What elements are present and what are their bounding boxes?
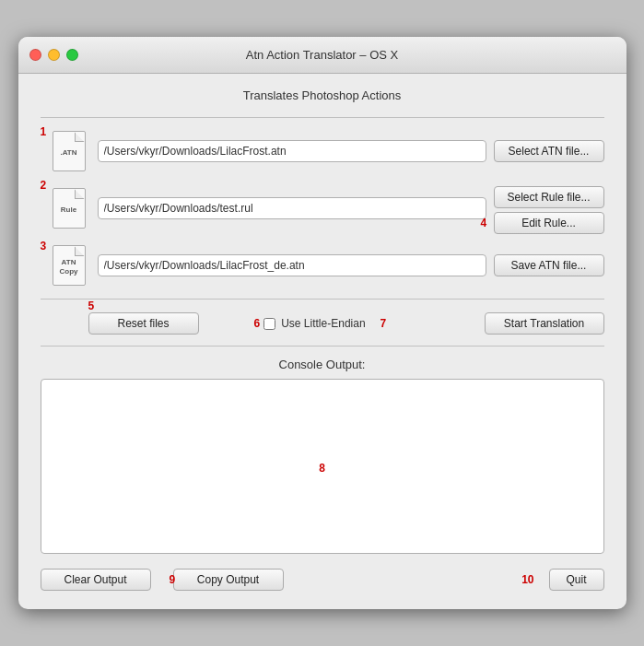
save-atn-input[interactable] (98, 254, 486, 276)
content-area: Translates Photoshop Actions 1 .ATN Sele… (18, 74, 626, 609)
atn-file-icon: .ATN (50, 129, 88, 173)
controls-row: 5 Reset files 6 Use Little-Endian 7 Star… (41, 312, 604, 335)
clear-output-button[interactable]: Clear Output (41, 569, 151, 591)
copy-atn-doc-icon: ATN Copy (53, 245, 86, 286)
save-atn-row: 3 ATN Copy Save ATN file... (41, 243, 604, 288)
row-number-1: 1 (41, 125, 47, 138)
maximize-button[interactable] (66, 49, 78, 61)
atn-icon-label: .ATN (60, 148, 76, 158)
number-9: 9 (170, 573, 176, 586)
copy-atn-icon-label: ATN Copy (53, 258, 85, 276)
row-number-3: 3 (41, 240, 47, 253)
console-label: Console Output: (41, 358, 604, 371)
window-title: Atn Action Translator – OS X (246, 48, 398, 62)
save-atn-button[interactable]: Save ATN file... (494, 254, 604, 276)
edit-rule-button[interactable]: Edit Rule... (494, 212, 604, 234)
subtitle: Translates Photoshop Actions (41, 88, 604, 102)
console-section: Console Output: 8 (41, 358, 604, 558)
console-output[interactable] (41, 379, 604, 554)
select-rule-button[interactable]: Select Rule file... (494, 186, 604, 208)
console-area-wrapper: 8 (41, 379, 604, 558)
rule-file-icon: Rule (50, 186, 88, 230)
atn-doc-icon: .ATN (53, 131, 86, 171)
little-endian-container: 6 Use Little-Endian (254, 317, 366, 330)
number-7: 7 (381, 317, 387, 330)
rule-file-row: 2 Rule Select Rule file... 4 Edit Rule..… (41, 182, 604, 234)
little-endian-label: Use Little-Endian (281, 317, 365, 330)
rule-icon-label: Rule (61, 206, 76, 215)
atn-file-input[interactable] (98, 140, 486, 162)
row-number-2: 2 (41, 179, 47, 192)
reset-files-button[interactable]: Reset files (88, 312, 199, 335)
separator-top (41, 117, 604, 118)
little-endian-checkbox[interactable] (263, 318, 275, 330)
rule-btn-group: Select Rule file... 4 Edit Rule... (494, 182, 604, 234)
separator-console (41, 346, 604, 346)
copy-atn-file-icon: ATN Copy (50, 243, 88, 288)
select-atn-button[interactable]: Select ATN file... (494, 140, 604, 162)
atn-file-row: 1 .ATN Select ATN file... (41, 129, 604, 173)
start-translation-button[interactable]: Start Translation (485, 312, 604, 335)
minimize-button[interactable] (48, 49, 60, 61)
quit-button[interactable]: Quit (549, 569, 604, 591)
copy-output-button[interactable]: Copy Output (173, 569, 284, 591)
number-4: 4 (481, 217, 487, 229)
title-bar: Atn Action Translator – OS X (18, 37, 626, 74)
close-button[interactable] (29, 49, 41, 61)
number-5: 5 (88, 300, 95, 312)
number-6: 6 (254, 317, 261, 330)
separator-middle (41, 299, 604, 300)
rule-file-input[interactable] (98, 197, 486, 219)
main-window: Atn Action Translator – OS X Translates … (18, 37, 626, 609)
number-10: 10 (521, 573, 533, 586)
window-controls (29, 49, 78, 61)
rule-doc-icon: Rule (53, 188, 86, 229)
bottom-row: Clear Output 9 Copy Output 10 Quit (41, 569, 604, 591)
